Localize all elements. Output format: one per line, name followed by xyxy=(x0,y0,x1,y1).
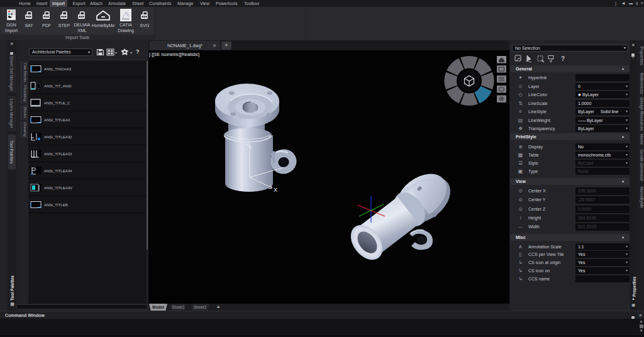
svg-text:X: X xyxy=(274,187,277,193)
svg-text:Z: Z xyxy=(247,140,250,146)
svg-text:?: ? xyxy=(561,55,565,62)
